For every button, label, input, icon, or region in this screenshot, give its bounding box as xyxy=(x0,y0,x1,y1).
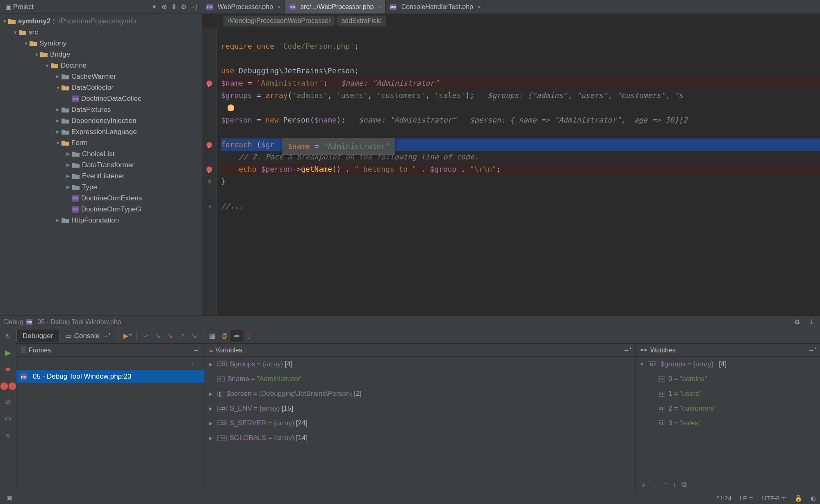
watch-child-row[interactable]: 013 = "sales" xyxy=(636,416,820,431)
debugger-tab[interactable]: Debugger xyxy=(16,329,59,343)
rerun-button[interactable]: ↻ xyxy=(0,328,16,345)
watch-up-button[interactable]: ↑ xyxy=(664,480,668,489)
variable-row[interactable]: ▶123$_ENV = {array} [15] xyxy=(205,401,635,416)
tree-item[interactable]: phpDoctrineOrmExtens xyxy=(0,193,202,204)
stop-button[interactable]: ■ xyxy=(0,361,16,377)
tree-item[interactable]: ▶CacheWarmer xyxy=(0,71,202,82)
resume-button[interactable]: ▶ xyxy=(0,345,16,361)
tree-item[interactable]: ▶DependencyInjection xyxy=(0,115,202,126)
add-watch-button[interactable]: ＋ xyxy=(640,480,647,490)
evaluate-button[interactable]: ▦ xyxy=(206,330,218,342)
settings-button[interactable]: ▭ xyxy=(0,410,16,427)
intention-bulb-icon[interactable] xyxy=(228,104,234,111)
step-over-button[interactable]: ⤻ xyxy=(139,330,151,342)
tree-item[interactable]: ▶DataFixtures xyxy=(0,104,202,115)
frame-row[interactable]: php 05 - Debug Tool Window.php:23 xyxy=(16,370,205,383)
frame-down-button[interactable]: ↓ xyxy=(198,360,201,366)
project-title[interactable]: Project xyxy=(13,3,149,11)
run-to-cursor-button[interactable]: ↘I xyxy=(188,330,200,342)
show-exec-point-button[interactable]: ▶≡ xyxy=(121,330,134,342)
tree-item[interactable]: ▼Doctrine xyxy=(0,60,202,71)
breadcrumb-item[interactable]: addExtraField xyxy=(337,16,386,26)
tree-item[interactable]: phpDoctrineDataCollec xyxy=(0,93,202,104)
variable-row[interactable]: ▶123$GLOBALS = {array} [14] xyxy=(205,431,635,445)
restore-layout-button[interactable]: ▯ xyxy=(243,330,255,342)
tree-item[interactable]: ▶DataTransformer xyxy=(0,159,202,170)
tree-item[interactable]: ▼Bridge xyxy=(0,49,202,60)
debug-title: Debug xyxy=(4,318,23,326)
pin-icon[interactable]: →' xyxy=(193,347,200,354)
tree-item[interactable]: ▶EventListener xyxy=(0,170,202,182)
editor-tab[interactable]: phpWebProcessor.php× xyxy=(202,0,285,14)
gear-icon[interactable]: ⚙ xyxy=(179,2,189,12)
editor-tab[interactable]: phpConsoleHandlerTest.php× xyxy=(386,0,485,14)
project-view-icon[interactable]: ▣ xyxy=(3,2,13,12)
watch-row[interactable]: ▼ 123 $groups = {array} [4] xyxy=(636,357,820,372)
inspect-icon[interactable]: ◐ xyxy=(811,495,816,502)
tree-item[interactable]: ▶Type xyxy=(0,182,202,193)
php-file-icon: php xyxy=(20,373,27,380)
console-tab[interactable]: ▭ Console →' xyxy=(59,329,116,343)
watch-down-button[interactable]: ↓ xyxy=(673,480,676,489)
variables-panel: ≡Variables →' ▶123$groups = {array} [4]0… xyxy=(205,344,636,492)
gutter[interactable]: ⊟ ⊞ xyxy=(202,28,217,316)
tree-item[interactable]: phpDoctrineOrmTypeG xyxy=(0,204,202,215)
tool-window-icon[interactable]: ▣ xyxy=(7,495,12,502)
frame-up-button[interactable]: ↑ xyxy=(191,360,194,366)
pin-icon[interactable]: →' xyxy=(623,347,631,354)
tree-item[interactable]: ▶ChoiceList xyxy=(0,148,202,159)
variables-icon: ≡ xyxy=(209,347,213,354)
watch-child-row[interactable]: 010 = "admins" xyxy=(636,372,820,386)
duplicate-watch-button[interactable]: ⧉ xyxy=(681,480,687,489)
more-button[interactable]: » xyxy=(0,427,16,443)
code-editor[interactable]: ⊟ ⊞ require_once 'Code/Person.php'; use … xyxy=(202,28,820,316)
tree-item[interactable]: ▶HttpFoundation xyxy=(0,215,202,226)
dropdown-icon[interactable]: ▾ xyxy=(149,2,159,12)
breakpoints-button[interactable]: ⬤⬤ xyxy=(0,377,16,394)
tree-item[interactable]: ▼Form xyxy=(0,137,202,148)
remove-watch-button[interactable]: － xyxy=(652,480,659,490)
hide-icon[interactable]: →| xyxy=(189,2,198,12)
step-into-button[interactable]: ↘ xyxy=(151,330,164,342)
mute-button[interactable]: ⊘ xyxy=(0,394,16,410)
lock-icon[interactable]: 🔓 xyxy=(795,495,802,502)
variable-row[interactable]: ▶123$_SERVER = {array} [24] xyxy=(205,416,635,431)
debug-toolbar: Debugger ▭ Console →' ▶≡ ⤻ ↘ ↘ ↗ ↘I ▦ @ … xyxy=(16,328,820,344)
encoding[interactable]: UTF-8≑ xyxy=(762,495,787,502)
force-step-into-button[interactable]: ↘ xyxy=(164,330,176,342)
collapse-icon[interactable]: ⇕ xyxy=(169,2,179,12)
watch-child-row[interactable]: 011 = "users" xyxy=(636,386,820,401)
breadcrumb-item[interactable]: \Monolog\Processor\WebProcessor xyxy=(223,16,335,26)
layout-button[interactable]: ≔ xyxy=(230,330,243,342)
php-file-icon: php xyxy=(206,4,213,10)
breakpoint-icon[interactable] xyxy=(206,80,212,86)
tree-root[interactable]: ▼ symfony2 (~/PhpstormProjects/symfo xyxy=(0,16,202,27)
locate-icon[interactable]: ⊕ xyxy=(159,2,169,12)
close-icon[interactable]: × xyxy=(277,4,280,10)
fold-icon[interactable]: ⊞ xyxy=(208,200,211,212)
variable-row[interactable]: 01$name = "Administrator" xyxy=(205,372,635,386)
hide-icon[interactable]: ⤓ xyxy=(806,317,816,327)
tree-item[interactable]: ▼DataCollector xyxy=(0,82,202,93)
folder-icon xyxy=(72,151,80,157)
gear-icon[interactable]: ⚙ xyxy=(792,317,802,327)
project-tree: ▼ symfony2 (~/PhpstormProjects/symfo ▼sr… xyxy=(0,14,202,316)
step-out-button[interactable]: ↗ xyxy=(176,330,188,342)
close-icon[interactable]: × xyxy=(477,4,481,10)
editor-tab[interactable]: phpsrc/.../WebProcessor.php× xyxy=(285,0,386,14)
caret-position[interactable]: 21:24 xyxy=(716,495,731,502)
editor-area: phpWebProcessor.php×phpsrc/.../WebProces… xyxy=(202,0,820,316)
watch-child-row[interactable]: 012 = "customers" xyxy=(636,401,820,416)
at-button[interactable]: @ xyxy=(218,330,230,342)
tree-item[interactable]: ▶ExpressionLanguage xyxy=(0,126,202,137)
breakpoint-icon[interactable] xyxy=(206,142,212,148)
close-icon[interactable]: × xyxy=(378,4,381,10)
line-ending[interactable]: LF≑ xyxy=(740,495,754,502)
tree-item[interactable]: ▼src xyxy=(0,27,202,38)
variable-row[interactable]: ▶{}$person = {Debugging\JetBrains\Person… xyxy=(205,386,635,401)
tree-item[interactable]: ▼Symfony xyxy=(0,38,202,49)
breakpoint-icon[interactable] xyxy=(206,166,212,173)
variable-row[interactable]: ▶123$groups = {array} [4] xyxy=(205,357,635,372)
pin-icon[interactable]: →' xyxy=(808,347,816,354)
folder-icon xyxy=(61,107,69,113)
